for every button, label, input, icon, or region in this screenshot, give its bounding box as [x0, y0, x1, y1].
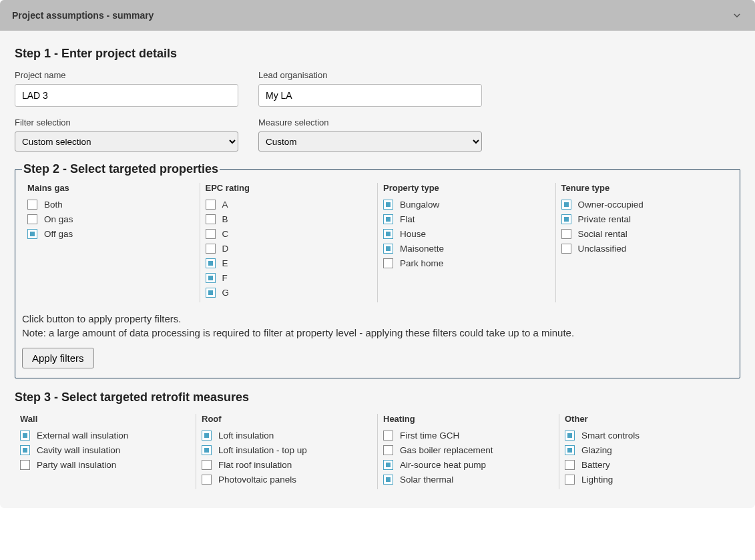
checkbox-label: Glazing [581, 445, 612, 455]
lead-org-input[interactable] [258, 84, 482, 107]
accordion-title: Project assumptions - summary [12, 10, 154, 21]
checkbox-a[interactable]: A [206, 200, 372, 210]
checkbox-label: External wall insulation [37, 431, 128, 441]
apply-filters-button[interactable]: Apply filters [22, 348, 94, 368]
checkbox-f[interactable]: F [206, 273, 372, 283]
checkbox-external-wall-insulation[interactable]: External wall insulation [20, 431, 190, 441]
checkbox-b[interactable]: B [206, 214, 372, 224]
checkbox-icon [206, 214, 216, 224]
checkbox-label: Air-source heat pump [400, 460, 486, 470]
checkbox-house[interactable]: House [383, 229, 550, 239]
checkbox-label: Private rental [578, 214, 632, 224]
checkbox-icon [206, 288, 216, 298]
checkbox-label: D [222, 244, 229, 254]
step2-fieldset: Step 2 - Select targeted properties Main… [15, 162, 740, 378]
checkbox-icon [383, 445, 393, 455]
property-type-title: Property type [383, 183, 550, 193]
epc-title: EPC rating [206, 183, 372, 193]
checkbox-battery[interactable]: Battery [565, 460, 735, 470]
wall-title: Wall [20, 414, 190, 424]
checkbox-label: Solar thermal [400, 475, 453, 485]
checkbox-lighting[interactable]: Lighting [565, 475, 735, 485]
checkbox-label: On gas [44, 214, 73, 224]
roof-title: Roof [202, 414, 372, 424]
checkbox-private-rental[interactable]: Private rental [561, 214, 728, 224]
checkbox-off-gas[interactable]: Off gas [27, 229, 194, 239]
checkbox-label: E [222, 258, 228, 268]
checkbox-air-source-heat-pump[interactable]: Air-source heat pump [383, 460, 553, 470]
step3-title: Step 3 - Select targeted retrofit measur… [15, 390, 740, 404]
checkbox-label: Both [44, 200, 63, 210]
checkbox-cavity-wall-insulation[interactable]: Cavity wall insulation [20, 445, 190, 455]
checkbox-icon [202, 445, 212, 455]
checkbox-label: F [222, 273, 228, 283]
checkbox-icon [383, 229, 393, 239]
checkbox-icon [383, 431, 393, 441]
checkbox-icon [565, 475, 575, 485]
checkbox-label: Unclassified [578, 244, 627, 254]
checkbox-smart-controls[interactable]: Smart controls [565, 431, 735, 441]
checkbox-icon [383, 460, 393, 470]
checkbox-glazing[interactable]: Glazing [565, 445, 735, 455]
epc-column: EPC rating ABCDEFG [200, 183, 378, 302]
accordion-header[interactable]: Project assumptions - summary [0, 0, 755, 31]
measure-selection-label: Measure selection [258, 117, 482, 127]
checkbox-g[interactable]: G [206, 288, 372, 298]
checkbox-icon [561, 214, 571, 224]
checkbox-label: Maisonette [400, 244, 444, 254]
checkbox-maisonette[interactable]: Maisonette [383, 244, 550, 254]
checkbox-e[interactable]: E [206, 258, 372, 268]
checkbox-icon [27, 214, 37, 224]
checkbox-loft-insulation-top-up[interactable]: Loft insulation - top up [202, 445, 372, 455]
checkbox-park-home[interactable]: Park home [383, 258, 550, 268]
checkbox-icon [20, 431, 30, 441]
heating-column: Heating First time GCHGas boiler replace… [377, 414, 559, 489]
checkbox-photovoltaic-panels[interactable]: Photovoltaic panels [202, 475, 372, 485]
checkbox-icon [565, 460, 575, 470]
checkbox-icon [561, 244, 571, 254]
checkbox-party-wall-insulation[interactable]: Party wall insulation [20, 460, 190, 470]
other-title: Other [565, 414, 735, 424]
checkbox-loft-insulation[interactable]: Loft insulation [202, 431, 372, 441]
checkbox-icon [206, 258, 216, 268]
checkbox-label: B [222, 214, 228, 224]
checkbox-label: Lighting [581, 475, 613, 485]
checkbox-on-gas[interactable]: On gas [27, 214, 194, 224]
checkbox-icon [27, 200, 37, 210]
checkbox-icon [383, 475, 393, 485]
checkbox-icon [206, 273, 216, 283]
checkbox-label: Gas boiler replacement [400, 445, 493, 455]
checkbox-label: Social rental [578, 229, 627, 239]
checkbox-owner-occupied[interactable]: Owner-occupied [561, 200, 728, 210]
step1-title: Step 1 - Enter project details [15, 47, 740, 61]
mains-gas-title: Mains gas [27, 183, 194, 193]
checkbox-icon [565, 431, 575, 441]
checkbox-c[interactable]: C [206, 229, 372, 239]
checkbox-label: Photovoltaic panels [218, 475, 296, 485]
checkbox-label: C [222, 229, 229, 239]
checkbox-icon [383, 258, 393, 268]
checkbox-social-rental[interactable]: Social rental [561, 229, 728, 239]
checkbox-gas-boiler-replacement[interactable]: Gas boiler replacement [383, 445, 553, 455]
checkbox-label: Flat roof insulation [218, 460, 292, 470]
checkbox-icon [383, 244, 393, 254]
checkbox-icon [561, 229, 571, 239]
checkbox-d[interactable]: D [206, 244, 372, 254]
checkbox-icon [383, 214, 393, 224]
project-name-input[interactable] [15, 84, 238, 107]
checkbox-bungalow[interactable]: Bungalow [383, 200, 550, 210]
checkbox-flat-roof-insulation[interactable]: Flat roof insulation [202, 460, 372, 470]
filter-selection-select[interactable]: Custom selection [15, 131, 238, 152]
checkbox-solar-thermal[interactable]: Solar thermal [383, 475, 553, 485]
mains-gas-column: Mains gas BothOn gasOff gas [22, 183, 200, 302]
checkbox-label: Off gas [44, 229, 73, 239]
checkbox-unclassified[interactable]: Unclassified [561, 244, 728, 254]
checkbox-first-time-gch[interactable]: First time GCH [383, 431, 553, 441]
checkbox-flat[interactable]: Flat [383, 214, 550, 224]
checkbox-label: Park home [400, 258, 443, 268]
checkbox-label: Loft insulation - top up [218, 445, 307, 455]
checkbox-both[interactable]: Both [27, 200, 194, 210]
checkbox-label: Party wall insulation [37, 460, 116, 470]
checkbox-label: Battery [581, 460, 610, 470]
measure-selection-select[interactable]: Custom [258, 131, 482, 152]
